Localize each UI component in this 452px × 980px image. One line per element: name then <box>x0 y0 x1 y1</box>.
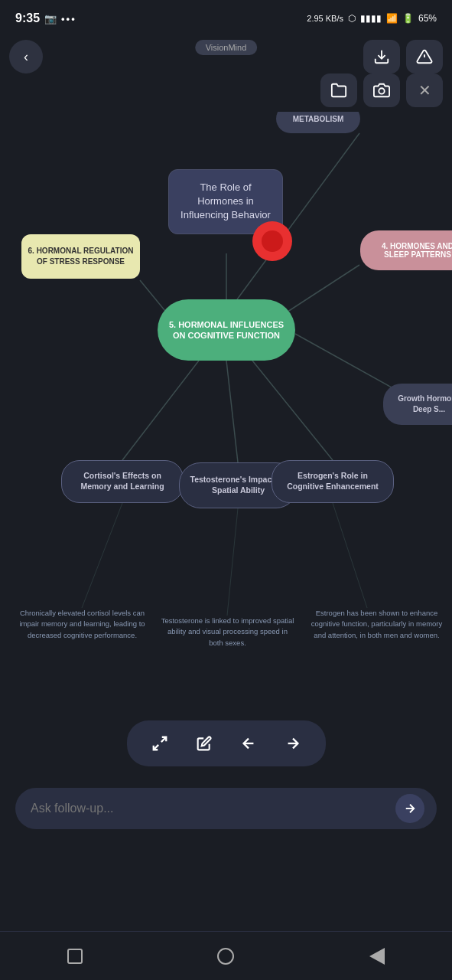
nav-back-button[interactable] <box>369 948 385 965</box>
svg-line-9 <box>283 265 359 315</box>
node-cortisol[interactable]: Cortisol's Effects on Memory and Learnin… <box>61 460 184 503</box>
top-bar: ‹ VisionMind <box>0 34 452 80</box>
mind-map-toolbar <box>127 720 326 766</box>
nav-triangle-icon <box>369 948 385 965</box>
nav-square-icon <box>67 949 83 964</box>
nav-square-button[interactable] <box>67 949 83 964</box>
node-stress-response[interactable]: 6. HORMONAL REGULATION OF STRESS RESPONS… <box>21 234 140 279</box>
svg-line-5 <box>122 361 199 460</box>
battery-percent: 65% <box>418 13 437 24</box>
ask-input[interactable] <box>31 802 388 815</box>
edit-button[interactable] <box>182 725 226 762</box>
battery-icon: 🔋 <box>402 13 414 24</box>
top-right-actions <box>363 40 443 74</box>
signal-icon: ▮▮▮▮ <box>360 13 382 24</box>
nav-bar <box>0 931 452 980</box>
desc-estrogen: Estrogen has been shown to enhance cogni… <box>306 608 447 641</box>
node-growth-hormone[interactable]: Growth Hormone Deep S... <box>383 384 452 425</box>
expand-button[interactable] <box>138 725 182 762</box>
node-hormones-sleep[interactable]: 4. HORMONES AND SLEEP PATTERNS <box>360 230 452 270</box>
ask-send-button[interactable] <box>395 794 424 823</box>
desc-cortisol: Chronically elevated cortisol levels can… <box>15 608 149 641</box>
svg-line-14 <box>333 503 367 608</box>
record-inner <box>262 230 283 252</box>
network-speed: 2.95 KB/s <box>307 14 343 23</box>
node-metabolism[interactable]: METABOLISM <box>276 112 360 133</box>
toolbar-section <box>0 713 452 774</box>
more-dots: ••• <box>61 13 76 24</box>
desc-testosterone: Testosterone is linked to improved spati… <box>161 616 294 648</box>
svg-line-10 <box>295 334 405 395</box>
status-right: 2.95 KB/s ⬡ ▮▮▮▮ 📶 🔋 65% <box>307 13 437 24</box>
nav-circle-icon <box>217 948 234 965</box>
node-center[interactable]: 5. HORMONAL INFLUENCES ON COGNITIVE FUNC… <box>158 299 295 361</box>
mind-map: METABOLISM The Role of Hormones in Influ… <box>0 112 452 709</box>
bluetooth-icon: ⬡ <box>348 13 356 24</box>
app-name-badge: VisionMind <box>195 40 258 55</box>
warning-button[interactable] <box>406 40 443 74</box>
svg-line-12 <box>82 503 122 608</box>
svg-line-13 <box>227 508 238 616</box>
navigate-forward-button[interactable] <box>271 725 315 762</box>
ask-bar <box>15 788 437 829</box>
close-icon: ✕ <box>418 81 431 100</box>
node-estrogen[interactable]: Estrogen's Role in Cognitive Enhancement <box>272 460 394 503</box>
record-button[interactable] <box>252 221 292 261</box>
wifi-icon: 📶 <box>386 13 398 24</box>
svg-line-7 <box>252 361 333 460</box>
status-bar: 9:35 📷 ••• 2.95 KB/s ⬡ ▮▮▮▮ 📶 🔋 65% <box>0 0 452 34</box>
svg-point-3 <box>379 88 384 93</box>
camera-indicator-icon: 📷 <box>44 13 57 24</box>
back-button[interactable]: ‹ <box>9 40 43 74</box>
status-time: 9:35 📷 ••• <box>15 11 76 25</box>
download-button[interactable] <box>363 40 400 74</box>
navigate-back-button[interactable] <box>226 725 271 762</box>
svg-line-6 <box>226 361 238 462</box>
nav-home-button[interactable] <box>217 948 234 965</box>
